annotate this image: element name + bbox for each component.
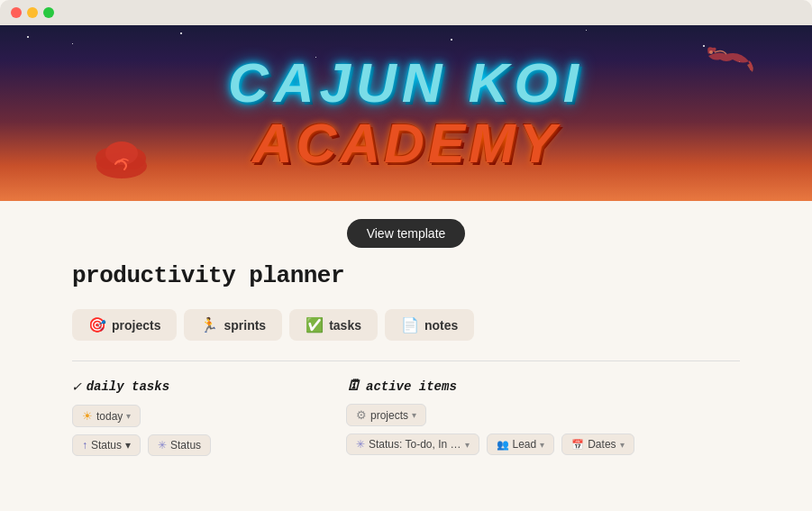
page-title: productivity planner [72, 262, 740, 289]
title-bar [0, 0, 812, 25]
main-content: View template productivity planner 🎯 pro… [0, 201, 812, 470]
lead-icon: 👥 [497, 439, 509, 451]
cloud-logo [90, 132, 153, 192]
panels: ✓ daily tasks ☀ today ▾ ↑ Status ▾ ✳ St [72, 378, 740, 456]
section-divider [72, 360, 740, 361]
calendar-icon: 🗓 [346, 378, 360, 395]
tab-projects[interactable]: 🎯 projects [72, 309, 177, 341]
chevron-down-icon: ▾ [125, 439, 131, 452]
status-plain-label: Status [170, 439, 201, 452]
status-todo-chip[interactable]: ✳ Status: To-do, In … ▾ [346, 433, 479, 455]
tab-tasks[interactable]: ✅ tasks [289, 309, 378, 341]
status-up-label: Status [91, 439, 122, 452]
dates-chip[interactable]: 📅 Dates ▾ [561, 433, 634, 455]
svg-point-0 [709, 50, 713, 54]
maximize-button[interactable] [43, 7, 54, 18]
chevron-down-icon: ▾ [412, 410, 416, 420]
panel-daily-tasks: ✓ daily tasks ☀ today ▾ ↑ Status ▾ ✳ St [72, 378, 324, 456]
projects-label: projects [370, 409, 408, 422]
tab-projects-label: projects [112, 318, 160, 333]
tab-tasks-label: tasks [329, 318, 361, 333]
chevron-down-icon: ▾ [126, 411, 131, 421]
active-items-status-filters: ✳ Status: To-do, In … ▾ 👥 Lead ▾ 📅 Dates… [346, 433, 740, 455]
lead-label: Lead [513, 438, 537, 451]
close-button[interactable] [11, 7, 22, 18]
active-items-header: 🗓 active items [346, 378, 740, 395]
today-filter-chip[interactable]: ☀ today ▾ [72, 405, 141, 427]
panel-active-items: 🗓 active items ⚙ projects ▾ ✳ Status: To… [346, 378, 740, 456]
daily-tasks-status-filters: ↑ Status ▾ ✳ Status [72, 434, 324, 456]
dates-label: Dates [588, 438, 616, 451]
nav-tabs: 🎯 projects 🏃 sprints ✅ tasks 📄 notes [72, 309, 740, 341]
today-label: today [96, 410, 123, 423]
sun-icon: ☀ [82, 409, 93, 423]
daily-tasks-header: ✓ daily tasks [72, 378, 324, 396]
spin-icon: ✳ [158, 439, 167, 452]
tab-notes[interactable]: 📄 notes [385, 309, 474, 341]
daily-tasks-label: daily tasks [87, 379, 169, 394]
view-template-button[interactable]: View template [347, 219, 466, 248]
status-spin-icon: ✳ [356, 438, 365, 451]
tab-sprints-label: sprints [224, 318, 266, 333]
lead-chip[interactable]: 👥 Lead ▾ [487, 433, 555, 455]
minimize-button[interactable] [27, 7, 38, 18]
checkmark-icon: ✓ [72, 378, 81, 396]
status-plain-chip[interactable]: ✳ Status [148, 434, 211, 456]
cajun-koi-text: CAJUN KOI [228, 51, 584, 114]
gear-icon: ⚙ [356, 408, 367, 422]
arrow-up-icon: ↑ [82, 439, 87, 452]
status-up-chip[interactable]: ↑ Status ▾ [72, 434, 141, 456]
status-todo-label: Status: To-do, In … [369, 438, 461, 451]
dragon-icon [704, 43, 758, 87]
sprints-icon: 🏃 [200, 316, 218, 333]
tasks-icon: ✅ [306, 316, 324, 333]
active-items-label: active items [366, 379, 457, 394]
projects-filter-chip[interactable]: ⚙ projects ▾ [346, 404, 426, 426]
dates-icon: 📅 [571, 439, 584, 451]
tab-sprints[interactable]: 🏃 sprints [184, 309, 282, 341]
daily-tasks-filters: ☀ today ▾ [72, 405, 324, 427]
banner-title: CAJUN KOI [0, 50, 812, 114]
active-items-project-filters: ⚙ projects ▾ [346, 404, 740, 426]
chevron-down-icon: ▾ [620, 440, 625, 450]
projects-icon: 🎯 [88, 316, 106, 333]
chevron-down-icon: ▾ [540, 440, 544, 450]
notes-icon: 📄 [401, 316, 419, 333]
chevron-down-icon: ▾ [465, 440, 470, 450]
tab-notes-label: notes [424, 318, 458, 333]
banner: CAJUN KOI ACADEMY [0, 25, 812, 201]
